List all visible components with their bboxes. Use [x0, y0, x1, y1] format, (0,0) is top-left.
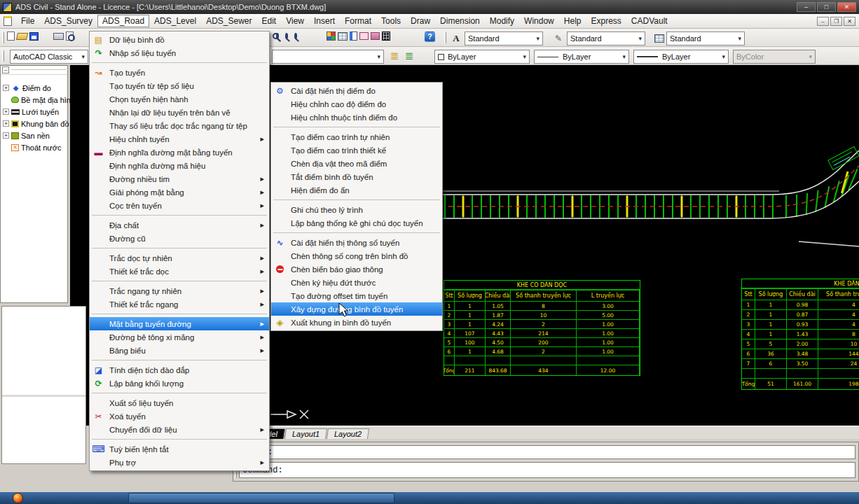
menubar-item[interactable]: ADS_Road: [97, 15, 149, 27]
tree-item[interactable]: Thoát nước: [3, 141, 67, 153]
menubar-item[interactable]: ADS_Sewer: [201, 15, 256, 27]
menu-item[interactable]: Xuất số liệu tuyến: [90, 396, 269, 410]
menu-item[interactable]: Dữ liệu bình đồ: [90, 33, 269, 46]
tool-palette-icon[interactable]: [327, 31, 336, 41]
menu-item[interactable]: Xoá tuyến: [90, 410, 269, 423]
submenu-item[interactable]: Chèn thông số cong trên bình đồ: [271, 249, 442, 262]
expand-icon[interactable]: [3, 120, 9, 127]
markup-icon[interactable]: [359, 32, 369, 40]
linetype-combo[interactable]: ByLayer: [534, 50, 629, 64]
mdi-minimize-button[interactable]: [817, 17, 829, 26]
menu-item[interactable]: Nhận lại dữ liệu tuyến trên bản vẽ: [90, 106, 269, 119]
save-icon[interactable]: [29, 32, 39, 41]
menu-item[interactable]: Định nghĩa đường mặt bằng tuyến: [90, 146, 269, 159]
dim-style-combo[interactable]: Standard: [567, 31, 645, 46]
zoom-window-icon[interactable]: [285, 33, 288, 39]
workspace-combo[interactable]: AutoCAD Classic: [10, 50, 88, 64]
submenu-item[interactable]: Chèn biển báo giao thông: [271, 262, 442, 276]
menu-item[interactable]: Chọn tuyến hiện hành: [90, 92, 269, 106]
tree-item[interactable]: San nền: [3, 130, 67, 141]
tree-item[interactable]: Bề mặt địa hình: [3, 94, 67, 106]
menubar-item[interactable]: Dimension: [435, 15, 485, 27]
submenu-item[interactable]: Tạo đường offset tim tuyến: [271, 289, 442, 302]
menubar-item[interactable]: Draw: [406, 15, 435, 27]
mdi-restore-button[interactable]: [830, 17, 842, 26]
layers-icon[interactable]: [388, 50, 401, 62]
minimize-button[interactable]: [797, 2, 816, 12]
expand-icon[interactable]: [3, 108, 9, 115]
menu-item[interactable]: Địa chất: [90, 218, 269, 232]
submenu-item[interactable]: Xây dựng đường bình đồ tuyến: [271, 302, 442, 316]
menubar-item[interactable]: ADS_Survey: [39, 15, 97, 27]
expand-icon[interactable]: [3, 85, 9, 91]
zoom-realtime-icon[interactable]: [276, 33, 279, 39]
submenu-item[interactable]: Tạo điểm cao trình tự nhiên: [271, 130, 442, 144]
menu-item[interactable]: Đường cũ: [90, 232, 269, 245]
menubar-item[interactable]: Window: [519, 15, 559, 27]
submenu-item[interactable]: Lập bảng thống kê ghi chú dọc tuyến: [271, 216, 442, 230]
menu-item[interactable]: Chuyển đổi dữ liệu: [90, 423, 269, 436]
toolbar-grip[interactable]: [444, 32, 446, 43]
start-button-icon[interactable]: [13, 493, 23, 503]
collapse-icon[interactable]: [2, 66, 9, 74]
sheet-set-icon[interactable]: [350, 31, 357, 41]
menubar-item[interactable]: File: [16, 15, 39, 27]
menu-item[interactable]: Nhập số liệu tuyến: [90, 46, 269, 59]
menu-item[interactable]: Đường nhiều tim: [90, 172, 269, 186]
menubar-item[interactable]: Insert: [309, 15, 340, 27]
toolbar-grip[interactable]: [2, 32, 4, 43]
lineweight-combo[interactable]: ByLayer: [633, 50, 729, 64]
table-cells-icon[interactable]: [338, 32, 348, 41]
submenu-item[interactable]: Xuất khung in bình đồ tuyến: [271, 316, 442, 329]
color-combo[interactable]: ByLayer: [434, 50, 530, 64]
tree-item[interactable]: Lưới tuyến: [3, 106, 67, 118]
menubar-item[interactable]: ADS_Level: [149, 15, 201, 27]
toolbar-grip[interactable]: [2, 50, 4, 62]
menu-item[interactable]: Tuỳ biến lệnh tắt: [90, 442, 269, 456]
render-icon[interactable]: [371, 32, 380, 40]
text-style-combo[interactable]: Standard: [465, 31, 543, 46]
menu-item[interactable]: Định nghĩa đường mã hiệu: [90, 159, 269, 172]
menu-item[interactable]: Mặt bằng tuyến đường: [90, 317, 269, 330]
calculator-icon[interactable]: [382, 31, 390, 41]
command-input[interactable]: Command:: [239, 462, 855, 478]
menu-item[interactable]: Hiệu chỉnh tuyến: [90, 132, 269, 146]
submenu-item[interactable]: Cài đặt hiển thị điểm đo: [271, 84, 442, 97]
menu-item[interactable]: Giải phóng mặt bằng: [90, 186, 269, 199]
tree-item[interactable]: Điểm đo: [3, 82, 67, 94]
maximize-button[interactable]: [817, 2, 836, 12]
submenu-item[interactable]: Ghi chú theo lý trình: [271, 203, 442, 216]
submenu-item[interactable]: Chèn ký hiệu đứt thước: [271, 276, 442, 289]
menu-item[interactable]: Thiết kế trắc ngang: [90, 298, 269, 311]
preview-icon[interactable]: [66, 31, 74, 41]
menu-item[interactable]: Phụ trợ: [90, 456, 269, 469]
menu-item[interactable]: Trắc dọc tự nhiên: [90, 251, 269, 265]
menu-item[interactable]: Cọc trên tuyến: [90, 199, 269, 212]
menu-item[interactable]: Trắc ngang tự nhiên: [90, 284, 269, 298]
help-icon[interactable]: [425, 31, 435, 42]
menubar-item[interactable]: Tools: [376, 15, 406, 27]
submenu-item[interactable]: Hiệu chỉnh cao độ điểm đo: [271, 97, 442, 111]
plot-icon[interactable]: [53, 33, 64, 40]
menu-item[interactable]: Tạo tuyến từ tệp số liệu: [90, 79, 269, 92]
menu-item[interactable]: Tính diện tích đào đắp: [90, 363, 269, 377]
new-file-icon[interactable]: [7, 31, 15, 41]
layout-tab[interactable]: Layout2: [327, 428, 369, 439]
submenu-item[interactable]: Cài đặt hiển thị thông số tuyến: [271, 236, 442, 249]
submenu-item[interactable]: Tắt điểm bình đồ tuyến: [271, 170, 442, 183]
menu-item[interactable]: Đường bê tông xi măng: [90, 330, 269, 344]
taskbar-app-button[interactable]: [128, 493, 394, 503]
menubar-item[interactable]: Edit: [257, 15, 282, 27]
menu-item[interactable]: Thay số liệu trắc dọc trắc ngang từ tệp: [90, 119, 269, 132]
submenu-item[interactable]: Tạo điểm cao trình thiết kế: [271, 144, 442, 157]
close-button[interactable]: [837, 2, 856, 12]
menu-item[interactable]: Bảng biểu: [90, 344, 269, 357]
table-style-combo[interactable]: Standard: [666, 31, 745, 46]
open-file-icon[interactable]: [16, 33, 28, 40]
tree-item[interactable]: Khung bản đồ: [3, 118, 67, 130]
submenu-item[interactable]: Hiệu chỉnh thuộc tính điểm đo: [271, 111, 442, 124]
menu-item[interactable]: Thiết kế trắc dọc: [90, 265, 269, 278]
submenu-item[interactable]: Chèn địa vật theo mã điểm: [271, 157, 442, 170]
layer-combo[interactable]: [272, 50, 384, 64]
menu-item[interactable]: Tạo tuyến: [90, 66, 269, 79]
